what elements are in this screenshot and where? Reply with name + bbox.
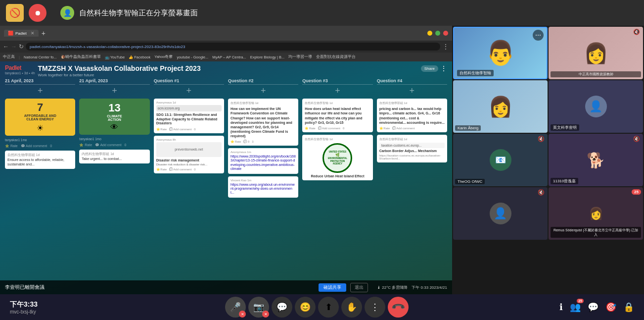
leave-call-button[interactable]: 📞 xyxy=(383,292,413,320)
q2-card3[interactable]: Vincent Kao 1m https://www.unep.org/abou… xyxy=(228,176,298,198)
tile1-name: 自然科生物李智翰 xyxy=(457,70,494,76)
video-button[interactable]: 📷 ✕ xyxy=(248,297,269,318)
video-tile-presenter[interactable]: 👨 ⋯ 自然科生物李智翰 xyxy=(453,27,548,79)
padlet-share-btn[interactable]: Share xyxy=(421,65,438,72)
mic-button[interactable]: 🎤 ✕ xyxy=(225,297,246,318)
close-btn[interactable] xyxy=(443,31,448,36)
padlet-content: Padlet tanyakao1 • 3d • 4h TMZZSH X Vasa… xyxy=(0,61,452,294)
datetime-info: 下午 0:33 2023/4/21 xyxy=(412,285,447,290)
bookmark-complete[interactable]: 全面對抗在線資源平台 xyxy=(316,54,356,59)
share-confirm-btn[interactable]: 確認共享 xyxy=(319,283,346,292)
video-tile-6[interactable]: 🐕 🔇 11310曾逸嘉 xyxy=(549,134,643,186)
more-options-button[interactable]: ⋮ xyxy=(365,297,385,318)
top-bar: 🚫 ⏺ 👤 自然科生物李智翰正在分享螢幕畫面 xyxy=(0,0,644,26)
activities-button[interactable]: 🎯 xyxy=(605,302,616,313)
raise-hand-button[interactable]: ✋ xyxy=(341,297,362,318)
bookmark-yt-google[interactable]: youtube - Google... xyxy=(177,55,208,59)
tile-options-btn[interactable]: ⋯ xyxy=(533,30,544,41)
q2-card2[interactable]: Anonymous 1m https://www.2030spotlight.o… xyxy=(228,148,298,174)
col-header-3: Question #1 xyxy=(154,78,224,85)
forward-btn[interactable]: → xyxy=(11,43,17,50)
padlet-menu-btn[interactable]: ⋮ xyxy=(440,64,447,72)
q4-card2[interactable]: 自然科生物學部組 1d taxation-customs.ec.europ...… xyxy=(377,135,447,162)
video-tile-4[interactable]: 👤 英文科李壹明 xyxy=(549,80,643,133)
col1-card2[interactable]: 自然科生物學部組 1d Ensure access to affordable,… xyxy=(5,151,75,169)
video-panel: 👨 ⋯ 自然科生物李智翰 👩 🔇 中正高市國際資源教師 👩 Karin Åber… xyxy=(452,26,644,294)
new-tab-btn[interactable]: + xyxy=(42,29,46,37)
participants-count: 25 xyxy=(577,299,584,303)
share-cancel-btn[interactable]: 退出 xyxy=(350,283,368,292)
padlet-logo: Padlet xyxy=(5,64,35,71)
browser-tab-active[interactable]: 🟥 Padlet ✕ xyxy=(4,30,39,37)
col-header-1: 21 April, 2023 xyxy=(5,78,75,85)
captions-button[interactable]: 💬 xyxy=(272,297,292,318)
share-screen-button[interactable]: ⬆ xyxy=(318,297,339,318)
q1-card2[interactable]: Anonymous 8h preventionweb.net Disaster … xyxy=(154,136,224,173)
tile5-name: TheOG OfWC xyxy=(455,179,485,184)
tile4-name: 英文科李壹明 xyxy=(551,124,579,131)
padlet-columns: + 7 AFFORDABLE AND CLEAN ENERGY ☀ tanyak… xyxy=(0,86,452,294)
video-tile-5[interactable]: 📧 🔇 TheOG OfWC xyxy=(453,134,548,186)
card-user-1: tanyakao1 1mo xyxy=(5,138,75,142)
bookmark-zhengzhong[interactable]: 中正高 xyxy=(3,54,15,59)
lock-button[interactable]: 🔒 xyxy=(623,302,634,313)
sdg7-card[interactable]: 7 AFFORDABLE AND CLEAN ENERGY ☀ xyxy=(5,99,75,136)
tile8-name: Remus Söderquist (不屬於臺北市立中正高級中學) 已加入 xyxy=(551,227,641,238)
maximize-btn[interactable] xyxy=(435,31,440,36)
participants-badge: 25 xyxy=(632,189,641,195)
col-header-4: Question #2 xyxy=(228,78,298,85)
bookmark-national[interactable]: National Center fo... xyxy=(24,55,57,59)
card-footer-1: ⭐ Rate 💬 Add comment 0 xyxy=(5,144,75,148)
video-tile-3[interactable]: 👩 Karin Åberg xyxy=(453,80,548,133)
screen-share-icon: 🚫 xyxy=(6,4,24,22)
tile5-mic: 🔇 xyxy=(538,136,545,142)
bookmark-jun[interactable]: 均一導習一導 xyxy=(288,54,312,59)
video-tile-8[interactable]: 👩 Remus Söderquist (不屬於臺北市立中正高級中學) 已加入 2… xyxy=(549,187,643,240)
emoji-button[interactable]: 😊 xyxy=(295,297,316,318)
bookmarks-bar: 中正高 | National Center fo... 🐌蝸牛蟲魚蟲百科書單 📺… xyxy=(0,53,452,61)
tile2-mic: 🔇 xyxy=(633,29,640,35)
back-btn[interactable]: ← xyxy=(3,43,9,50)
column-1: + 7 AFFORDABLE AND CLEAN ENERGY ☀ tanyak… xyxy=(5,86,75,294)
padlet-title: TMZZSH X Vasaskolan Collaborative Projec… xyxy=(38,64,418,73)
q4-card1[interactable]: 自然科生物學部組 1d pricing and carbon b... tax … xyxy=(377,99,447,132)
add-card-3[interactable]: + xyxy=(154,86,224,97)
record-button[interactable]: ⏺ xyxy=(29,4,46,22)
bookmark-myap[interactable]: MyAP – AP Centra... xyxy=(212,55,246,59)
bookmark-yahoo[interactable]: Yahoo奇摩 xyxy=(154,54,173,59)
presenter-avatar: 👤 xyxy=(60,6,74,20)
bookmark-youtube[interactable]: 📺 YouTube xyxy=(105,55,125,59)
video-tile-2[interactable]: 👩 🔇 中正高市國際資源教師 xyxy=(549,27,643,79)
browser-url-bar: ← → ↻ padlet.com/tanyakao1/tmzzsh-x-vasa… xyxy=(0,41,452,53)
col2-card2[interactable]: 內然科生物學部組 1d Take urgent... to combat... xyxy=(79,150,149,163)
padlet-header: Padlet tanyakao1 • 3d • 4h TMZZSH X Vasa… xyxy=(0,61,452,78)
browser-options[interactable]: ⋮ xyxy=(442,43,449,51)
epa-card[interactable]: 自然科生物李智翰 1d UNITED STATES 🌿 ENVIRONMENTA… xyxy=(302,135,372,180)
url-text: padlet.com/tanyakao1/tmzzsh-x-vasaskolan… xyxy=(30,45,185,49)
q2-card1[interactable]: 自然科生物李智翰 1d How can we implement the UN … xyxy=(228,99,298,146)
sdg13-card[interactable]: 13 CLIMATE ACTION 👁 xyxy=(79,99,149,135)
weather-info: 🌡 22°C 多雲陣降 xyxy=(377,285,408,290)
info-button[interactable]: ℹ xyxy=(559,302,563,313)
notification-text: 李壹明已離開會議 xyxy=(5,284,45,291)
people-button[interactable]: 👥 25 xyxy=(570,302,581,313)
q1-card1[interactable]: Anonymous 1d ocm.iccrom.org SDG 13.1: St… xyxy=(154,99,224,133)
column-3: + Anonymous 1d ocm.iccrom.org SDG 13.1: … xyxy=(154,86,224,294)
add-card-2[interactable]: + xyxy=(79,86,149,97)
reload-btn[interactable]: ↻ xyxy=(19,43,24,50)
padlet-col-headers: 21 April, 2023 21 April, 2023 Question #… xyxy=(0,78,452,85)
minimize-btn[interactable] xyxy=(427,31,432,36)
add-card-4[interactable]: + xyxy=(228,86,298,97)
bookmark-explore[interactable]: Explore Biology | B... xyxy=(250,55,284,59)
chat-button[interactable]: 💬 xyxy=(588,302,598,313)
bookmark-snail[interactable]: 🐌蝸牛蟲魚蟲百科書單 xyxy=(61,54,101,59)
add-card-1[interactable]: + xyxy=(5,86,75,97)
add-card-6[interactable]: + xyxy=(377,86,447,97)
column-4: + 自然科生物李智翰 1d How can we implement the U… xyxy=(228,86,298,294)
bookmark-facebook[interactable]: 👍 Facebook xyxy=(129,55,150,59)
q3-card1[interactable]: 自然科生物李智翰 1d How does urban heat island e… xyxy=(302,99,372,132)
browser-chrome: 🟥 Padlet ✕ + xyxy=(0,26,452,41)
video-tile-7[interactable]: 👤 🔇 xyxy=(453,187,548,240)
add-card-5[interactable]: + xyxy=(302,86,372,97)
url-field[interactable]: padlet.com/tanyakao1/tmzzsh-x-vasaskolan… xyxy=(26,43,440,51)
